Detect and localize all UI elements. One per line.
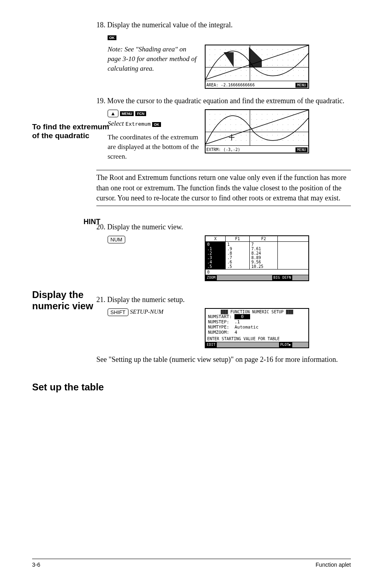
step-20-text: 20. Display the numeric view.: [96, 222, 351, 232]
setup-prompt: ENTER STARTING VALUE FOR TABLE: [206, 337, 308, 341]
col-f1-data: 1.9.8.7.6.5: [226, 242, 250, 269]
up-arrow-key: ▲: [108, 110, 118, 117]
fcn-key-icon: FCN: [135, 111, 146, 116]
num-key: NUM: [108, 236, 125, 243]
setup-menu-bar: EDIT PLOT▶: [206, 342, 308, 347]
setup-title: ▓▓▓ FUNCTION NUMERIC SETUP ▓▓▓: [206, 310, 308, 314]
col-f2-data: 77.618.248.899.5610.25: [250, 242, 278, 269]
section-name: Function aplet: [316, 561, 351, 568]
area-value-text: AREA: -2.16666666666: [206, 83, 255, 87]
heading-setup-table: Set up the table: [32, 382, 116, 393]
page-number: 3-6: [32, 561, 40, 568]
table-body: 0.1.2.3.4.5 1.9.8.7.6.5 77.618.248.899.5…: [206, 242, 308, 269]
step-19-desc: The coordinates of the extremum are disp…: [108, 133, 201, 161]
hint-text: The Root and Extremum functions return o…: [96, 170, 351, 206]
heading-extremum: To find the extremum of the quadratic: [32, 122, 116, 140]
screen-area-plot: AREA: -2.16666666666 MENU: [205, 45, 309, 89]
numtype-field[interactable]: Automatic: [234, 325, 259, 330]
plot-button[interactable]: PLOT▶: [279, 342, 292, 347]
page-footer: 3-6 Function aplet: [32, 559, 351, 568]
ok-key-icon-2: OK: [152, 122, 161, 127]
table-header-row: X F1 F2: [206, 236, 308, 242]
numeric-setup-screen: ▓▓▓ FUNCTION NUMERIC SETUP ▓▓▓ NUMSTART:…: [205, 308, 309, 348]
numstart-label: NUMSTART:: [208, 314, 232, 319]
menu-key-icon: MENU: [120, 111, 134, 116]
col-f1-header: F1: [226, 236, 250, 241]
step-21-text: 21. Display the numeric setup.: [96, 295, 351, 305]
edit-button[interactable]: EDIT: [206, 342, 217, 347]
step-19-block: 19. Move the cursor to the quadratic equ…: [96, 96, 351, 164]
step-19-text: 19. Move the cursor to the quadratic equ…: [96, 96, 351, 106]
defn-button[interactable]: DEFN: [281, 275, 292, 280]
zoom-button[interactable]: ZOOM: [206, 275, 217, 280]
screen-extremum-plot: EXTRM: (-3,-2) MENU: [205, 109, 309, 153]
heading-display-numeric: Display the numeric view: [32, 289, 116, 312]
heading-hint: HINT: [32, 218, 100, 226]
extrm-value-text: EXTRM: (-3,-2): [206, 147, 240, 152]
numzoom-label: NUMZOOM:: [208, 330, 229, 335]
ok-key-icon: OK: [108, 35, 116, 40]
col-x-header: X: [206, 236, 226, 241]
table-menu-bar: ZOOM BIG DEFN: [206, 275, 308, 280]
numstep-field[interactable]: .1: [234, 319, 240, 325]
menu-button-2[interactable]: MENU: [295, 147, 308, 152]
numstart-field[interactable]: 0: [234, 314, 250, 319]
table-current-val: 0: [206, 269, 308, 275]
col-x-data: 0.1.2.3.4.5: [206, 242, 226, 269]
numzoom-field[interactable]: 4: [234, 330, 237, 335]
step-20-block: 20. Display the numeric view. NUM X F1 F…: [96, 222, 351, 281]
hint-block: The Root and Extremum functions return o…: [96, 170, 351, 206]
extremum-mono: Extremum: [126, 121, 151, 127]
numstep-label: NUMSTEP:: [208, 319, 229, 325]
step-21-after: See "Setting up the table (numeric view …: [96, 355, 351, 365]
numtype-label: NUMTYPE:: [208, 325, 229, 330]
step-18-note: Note: See "Shading area" on page 3-10 fo…: [108, 45, 201, 73]
numeric-table: X F1 F2 0.1.2.3.4.5 1.9.8.7.6.5 77.618.2…: [205, 235, 309, 281]
setup-num-label: SETUP-NUM: [130, 308, 163, 315]
col-f2-header: F2: [250, 236, 278, 241]
step-18-text: 18. Display the numerical value of the i…: [96, 20, 351, 30]
step-21-block: 21. Display the numeric setup. SHIFT SET…: [96, 295, 351, 365]
step-18-block: 18. Display the numerical value of the i…: [96, 20, 351, 89]
menu-button[interactable]: MENU: [295, 83, 308, 88]
big-button[interactable]: BIG: [272, 275, 281, 280]
